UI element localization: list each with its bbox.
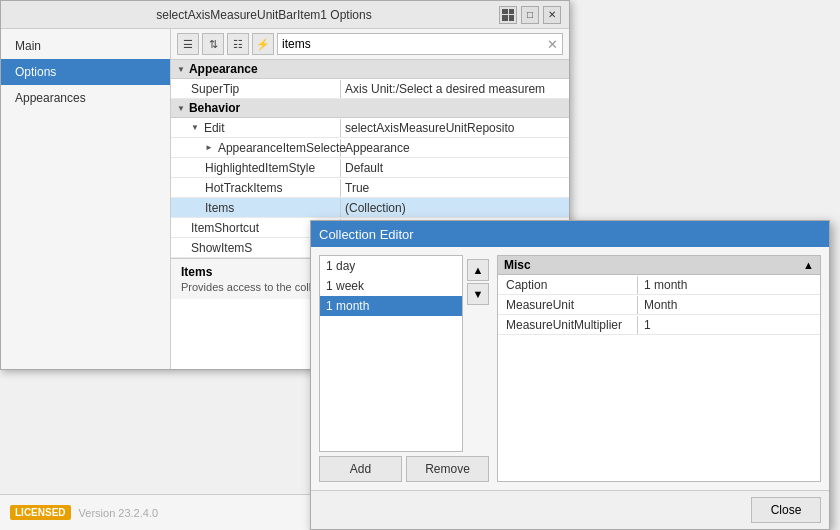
window-title: selectAxisMeasureUnitBarItem1 Options — [29, 8, 499, 22]
appearance-item-value: Appearance — [341, 139, 569, 157]
supertip-value: Axis Unit:/Select a desired measurem — [341, 80, 569, 98]
sidebar-item-main[interactable]: Main — [1, 33, 170, 59]
version-text: Version 23.2.4.0 — [79, 507, 159, 519]
scroll-down-btn[interactable]: ▼ — [467, 283, 489, 305]
ce-list-item-1day[interactable]: 1 day — [320, 256, 462, 276]
sidebar-item-options[interactable]: Options — [1, 59, 170, 85]
ce-collapse-arrow[interactable]: ▲ — [803, 259, 814, 271]
ce-multiplier-name: MeasureUnitMultiplier — [498, 316, 638, 334]
ce-multiplier-value: 1 — [638, 316, 820, 334]
ce-list-item-1month[interactable]: 1 month — [320, 296, 462, 316]
ce-caption-name: Caption — [498, 276, 638, 294]
ce-property-panel: Misc ▲ Caption 1 month MeasureUnit Month… — [497, 255, 821, 482]
edit-row[interactable]: ▼Edit selectAxisMeasureUnitReposito — [171, 118, 569, 138]
appearance-item-row[interactable]: ►AppearanceItemSelecte Appearance — [171, 138, 569, 158]
licensed-badge: LICENSED — [10, 505, 71, 520]
title-bar-controls: □ ✕ — [499, 6, 561, 24]
highlighted-item-name: HighlightedItemStyle — [171, 159, 341, 177]
edit-name: ▼Edit — [171, 119, 341, 137]
ce-misc-label: Misc — [504, 258, 531, 272]
ce-multiplier-row[interactable]: MeasureUnitMultiplier 1 — [498, 315, 820, 335]
search-box: ✕ — [277, 33, 563, 55]
ce-caption-value: 1 month — [638, 276, 820, 294]
sidebar-item-appearances[interactable]: Appearances — [1, 85, 170, 111]
remove-button[interactable]: Remove — [406, 456, 489, 482]
highlighted-item-value: Default — [341, 159, 569, 177]
highlighted-item-row[interactable]: HighlightedItemStyle Default — [171, 158, 569, 178]
ce-scroll-buttons: ▲ ▼ — [467, 255, 489, 452]
supertip-name: SuperTip — [171, 80, 341, 98]
ce-body: 1 day 1 week 1 month ▲ ▼ Add Remove Misc… — [311, 247, 829, 490]
title-bar: selectAxisMeasureUnitBarItem1 Options □ … — [1, 1, 569, 29]
hot-track-name: HotTrackItems — [171, 179, 341, 197]
hot-track-row[interactable]: HotTrackItems True — [171, 178, 569, 198]
appearance-item-name: ►AppearanceItemSelecte — [171, 139, 341, 157]
supertip-row[interactable]: SuperTip Axis Unit:/Select a desired mea… — [171, 79, 569, 99]
bolt-btn[interactable]: ⚡ — [252, 33, 274, 55]
items-value: (Collection) — [341, 199, 569, 217]
ce-left-panel: 1 day 1 week 1 month ▲ ▼ Add Remove — [319, 255, 489, 482]
ce-items-list: 1 day 1 week 1 month — [319, 255, 463, 452]
hot-track-value: True — [341, 179, 569, 197]
categorize-btn[interactable]: ☷ — [227, 33, 249, 55]
collection-editor-window: Collection Editor 1 day 1 week 1 month ▲… — [310, 220, 830, 530]
appearance-section-header[interactable]: ▼ Appearance — [171, 60, 569, 79]
restore-btn[interactable]: □ — [521, 6, 539, 24]
sort-btn[interactable]: ⇅ — [202, 33, 224, 55]
grid-view-btn[interactable] — [499, 6, 517, 24]
ce-measure-unit-value: Month — [638, 296, 820, 314]
search-clear-btn[interactable]: ✕ — [547, 37, 558, 52]
list-view-btn[interactable]: ☰ — [177, 33, 199, 55]
ce-list-item-1week[interactable]: 1 week — [320, 276, 462, 296]
close-button[interactable]: Close — [751, 497, 821, 523]
ce-measure-unit-row[interactable]: MeasureUnit Month — [498, 295, 820, 315]
add-button[interactable]: Add — [319, 456, 402, 482]
collapse-arrow: ▼ — [177, 65, 185, 74]
search-input[interactable] — [282, 37, 547, 51]
behavior-section-header[interactable]: ▼ Behavior — [171, 99, 569, 118]
scroll-up-btn[interactable]: ▲ — [467, 259, 489, 281]
edit-expand-arrow: ▼ — [191, 123, 199, 132]
ce-footer: Close — [311, 490, 829, 529]
ce-misc-section: Misc ▲ — [498, 256, 820, 275]
property-toolbar: ☰ ⇅ ☷ ⚡ ✕ — [171, 29, 569, 60]
ce-title: Collection Editor — [319, 227, 414, 242]
sidebar: Main Options Appearances — [1, 29, 171, 369]
items-name: Items — [171, 199, 341, 217]
edit-value: selectAxisMeasureUnitReposito — [341, 119, 569, 137]
behavior-label: Behavior — [189, 101, 240, 115]
collapse-arrow-behavior: ▼ — [177, 104, 185, 113]
ce-measure-unit-name: MeasureUnit — [498, 296, 638, 314]
items-row[interactable]: Items (Collection) — [171, 198, 569, 218]
ce-action-buttons: Add Remove — [319, 456, 489, 482]
appearance-item-arrow: ► — [205, 143, 213, 152]
appearance-label: Appearance — [189, 62, 258, 76]
ce-caption-row[interactable]: Caption 1 month — [498, 275, 820, 295]
close-window-btn[interactable]: ✕ — [543, 6, 561, 24]
ce-title-bar: Collection Editor — [311, 221, 829, 247]
